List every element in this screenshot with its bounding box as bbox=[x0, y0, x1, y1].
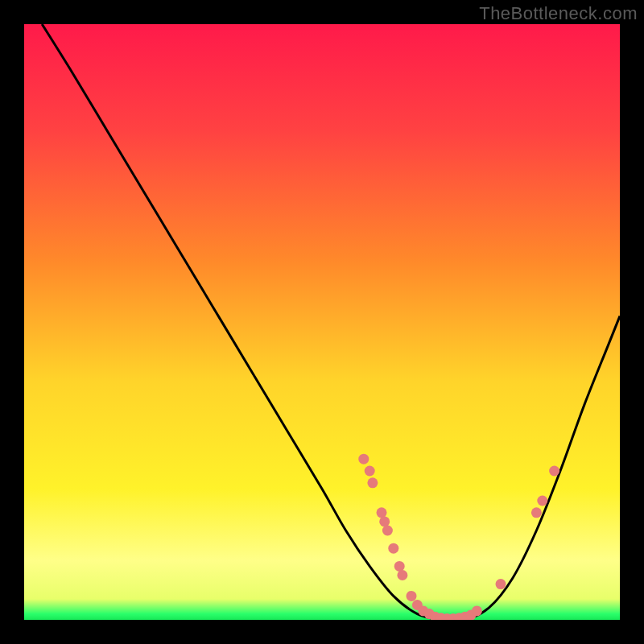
data-marker bbox=[394, 561, 405, 572]
data-marker bbox=[407, 591, 417, 601]
watermark-text: TheBottleneck.com bbox=[479, 3, 638, 24]
data-marker bbox=[388, 543, 398, 554]
chart-plot-area bbox=[24, 24, 620, 620]
data-marker bbox=[537, 496, 547, 506]
data-marker bbox=[377, 507, 387, 518]
data-marker bbox=[472, 605, 482, 616]
data-marker bbox=[365, 466, 375, 477]
data-marker bbox=[531, 507, 542, 518]
curve-layer bbox=[24, 24, 620, 620]
data-marker bbox=[379, 516, 390, 526]
data-marker bbox=[496, 579, 506, 589]
data-marker bbox=[549, 466, 559, 477]
bottleneck-curve bbox=[42, 24, 620, 620]
data-marker bbox=[382, 526, 393, 536]
data-marker bbox=[358, 454, 369, 464]
marker-group bbox=[358, 454, 559, 620]
data-marker bbox=[367, 477, 378, 488]
data-marker bbox=[397, 570, 407, 580]
